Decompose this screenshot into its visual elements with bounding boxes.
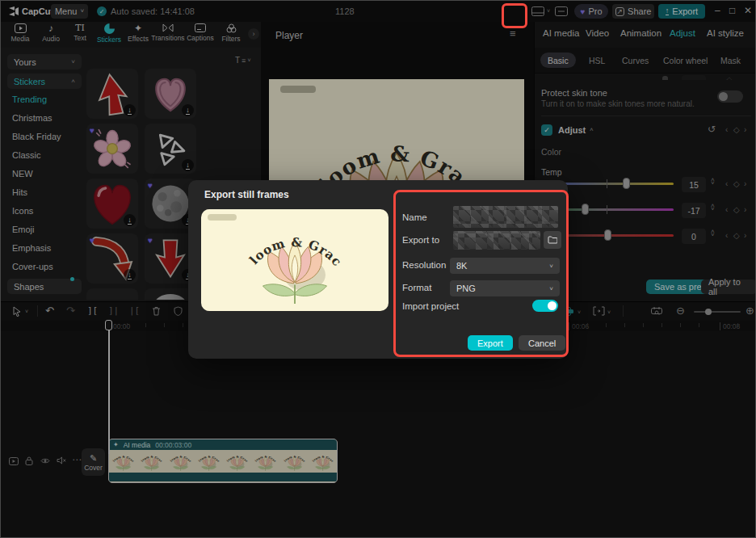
ai-watermark xyxy=(208,214,237,221)
capcut-window: CapCut Menu ˅ ✓ Auto saved: 14:41:08 112… xyxy=(0,0,756,538)
dialog-preview xyxy=(201,209,388,311)
dialog-title: Export still frames xyxy=(204,189,289,200)
preview-artwork xyxy=(233,211,356,309)
annotation-box-dialog-form xyxy=(393,190,569,357)
annotation-box-toolbar xyxy=(502,3,527,28)
